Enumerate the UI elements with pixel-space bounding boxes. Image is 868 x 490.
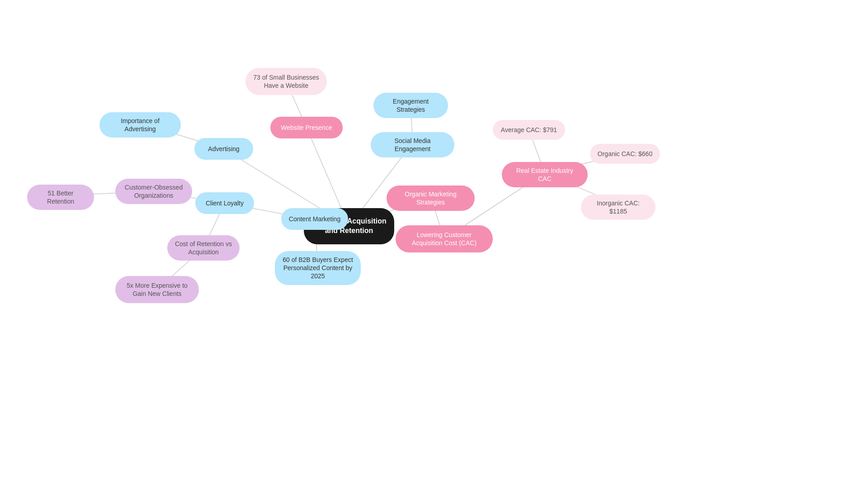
node-51-better-retention: 51 Better Retention: [27, 185, 94, 210]
node-client-loyalty: Client Loyalty: [195, 192, 254, 214]
node-engagement-strategies: Engagement Strategies: [373, 93, 448, 118]
node-60-b2b-buyers: 60 of B2B Buyers Expect Personalized Con…: [275, 251, 361, 285]
node-advertising: Advertising: [194, 138, 253, 160]
node-importance-of-advertising: Importance of Advertising: [99, 112, 181, 138]
node-website-presence: Website Presence: [270, 117, 343, 138]
node-real-estate-cac: Real Estate Industry CAC: [502, 162, 588, 187]
node-content-marketing: Content Marketing: [281, 208, 348, 230]
node-organic-cac: Organic CAC: $660: [590, 144, 660, 164]
node-5x-more-expensive: 5x More Expensive to Gain New Clients: [115, 276, 199, 303]
node-lowering-cac: Lowering Customer Acquisition Cost (CAC): [396, 225, 493, 252]
node-73-small-businesses: 73 of Small Businesses Have a Website: [245, 68, 327, 95]
node-social-media-engagement: Social Media Engagement: [371, 132, 454, 157]
mindmap-canvas: Customer Acquisition and RetentionWebsit…: [0, 0, 868, 490]
node-cost-retention-acquisition: Cost of Retention vs Acquisition: [167, 235, 240, 261]
node-inorganic-cac: Inorganic CAC: $1185: [581, 195, 656, 220]
node-customer-obsessed: Customer-Obsessed Organizations: [115, 179, 192, 204]
node-average-cac: Average CAC: $791: [493, 120, 565, 140]
node-organic-marketing: Organic Marketing Strategies: [387, 186, 475, 211]
